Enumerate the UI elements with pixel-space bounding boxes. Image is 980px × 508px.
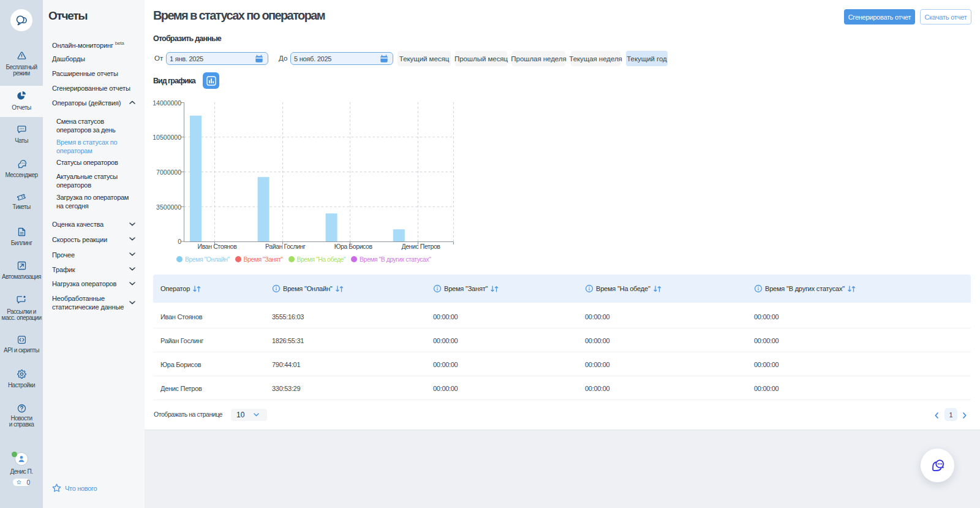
svg-text:3500000: 3500000 xyxy=(156,203,181,211)
svg-text:0: 0 xyxy=(178,238,181,245)
svg-text:Юра Борисов: Юра Борисов xyxy=(334,243,373,250)
svg-text:Иван Стоянов: Иван Стоянов xyxy=(198,243,238,250)
svg-text:10500000: 10500000 xyxy=(153,134,181,141)
svg-text:Райан Гослинг: Райан Гослинг xyxy=(265,243,306,250)
svg-text:14000000: 14000000 xyxy=(153,99,181,107)
svg-text:Денис Петров: Денис Петров xyxy=(401,243,440,250)
svg-text:7000000: 7000000 xyxy=(156,169,181,176)
